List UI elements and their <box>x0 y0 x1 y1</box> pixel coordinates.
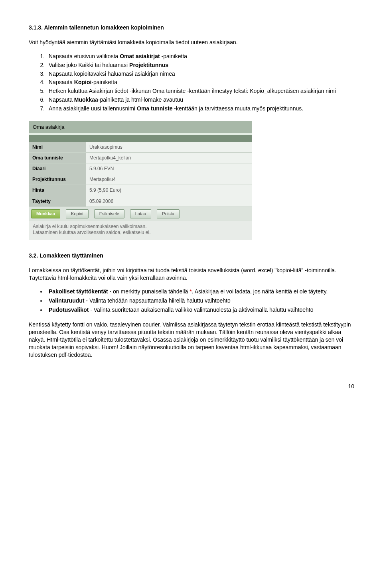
section2-paragraph-2: Kentissä käytetty fontti on vakio, tasal… <box>29 321 354 358</box>
step-bold-term: Oma tunniste <box>137 105 172 112</box>
property-value: 05.09.2006 <box>86 196 252 206</box>
property-row: Oma tunnisteMertapolku4_kellari <box>29 152 252 163</box>
kopioi-button[interactable]: Kopioi <box>66 209 89 218</box>
step-bold-term: Kopioi <box>74 79 92 85</box>
property-row: NimiUrakkasopimus <box>29 142 252 153</box>
property-value: Mertapolku4 <box>86 174 252 185</box>
property-row: Täytetty05.09.2006 <box>29 196 252 206</box>
field-type-name: Valintaruudut <box>49 297 84 304</box>
step-bold-term: Omat asiakirjat <box>120 53 160 59</box>
step-item: Napsauta etusivun valikosta Omat asiakir… <box>46 53 354 60</box>
field-types-list: Pakolliset täyttökentät - on merkitty pu… <box>29 288 354 314</box>
field-type-item: Valintaruudut - Valinta tehdään napsautt… <box>46 297 354 305</box>
property-value: 5.9.06 EVN <box>86 163 252 174</box>
property-value: Mertapolku4_kellari <box>86 152 252 163</box>
step-bold-term: Muokkaa <box>74 96 98 103</box>
page-number: 10 <box>29 383 354 390</box>
steps-ordered-list: Napsauta etusivun valikosta Omat asiakir… <box>29 53 354 112</box>
intro-paragraph: Voit hyödyntää aiemmin täyttämiäsi lomak… <box>29 39 354 46</box>
step-item: Napsauta kopioitavaksi haluamasi asiakir… <box>46 70 354 78</box>
step-item: Napsauta Kopioi-painiketta <box>46 79 354 86</box>
property-row: Hinta5.9 (5,90 Euro) <box>29 185 252 196</box>
property-label: Täytetty <box>29 196 86 206</box>
section2-paragraph-1: Lomakkeissa on täyttökentät, joihin voi … <box>29 267 354 282</box>
lataa-button[interactable]: Lataa <box>130 209 152 218</box>
property-label: Oma tunniste <box>29 152 86 163</box>
step-item: Napsauta Muokkaa-painiketta ja html-loma… <box>46 96 354 104</box>
footnote-line-2: Lataaminen kuluttaa arvolisenssin saldoa… <box>33 230 248 236</box>
toolbar-strip <box>29 135 252 142</box>
section-heading-32: 3.2. Lomakkeen täyttäminen <box>29 252 354 260</box>
property-row: ProjektitunnusMertapolku4 <box>29 174 252 185</box>
property-label: Nimi <box>29 142 86 153</box>
section-heading-313: 3.1.3. Aiemmin tallennetun lomakkeen kop… <box>29 24 354 31</box>
property-row: Diaari5.9.06 EVN <box>29 163 252 174</box>
property-label: Projektitunnus <box>29 174 86 185</box>
step-item: Anna asiakirjalle uusi tallennusnimi Oma… <box>46 105 354 112</box>
field-type-item: Pudotusvalikot - Valinta suoritetaan auk… <box>46 306 354 314</box>
property-label: Diaari <box>29 163 86 174</box>
field-type-name: Pudotusvalikot <box>49 307 89 313</box>
poista-button[interactable]: Poista <box>157 209 180 218</box>
property-value: Urakkasopimus <box>86 142 252 153</box>
document-detail-panel: Oma asiakirja NimiUrakkasopimusOma tunni… <box>29 121 252 240</box>
step-bold-term: Projektitunnus <box>129 62 168 68</box>
document-properties-table: NimiUrakkasopimusOma tunnisteMertapolku4… <box>29 142 252 207</box>
action-button-row: MuokkaaKopioiEsikatseleLataaPoista <box>29 207 252 221</box>
property-value: 5.9 (5,90 Euro) <box>86 185 252 196</box>
step-item: Hetken kuluttua Asiakirjan tiedot -ikkun… <box>46 87 354 95</box>
field-type-item: Pakolliset täyttökentät - on merkitty pu… <box>46 288 354 295</box>
property-label: Hinta <box>29 185 86 196</box>
field-type-name: Pakolliset täyttökentät <box>49 288 108 295</box>
step-item: Valitse joko Kaikki tai haluamasi Projek… <box>46 61 354 69</box>
panel-title: Oma asiakirja <box>29 121 252 133</box>
footnote-line-1: Asiakirja ei kuulu sopimuksenmukaiseen v… <box>33 224 248 230</box>
esikatsele-button[interactable]: Esikatsele <box>94 209 124 218</box>
muokkaa-button[interactable]: Muokkaa <box>31 209 60 218</box>
panel-footnote: Asiakirja ei kuulu sopimuksenmukaiseen v… <box>29 221 252 240</box>
required-star: * <box>190 288 192 295</box>
